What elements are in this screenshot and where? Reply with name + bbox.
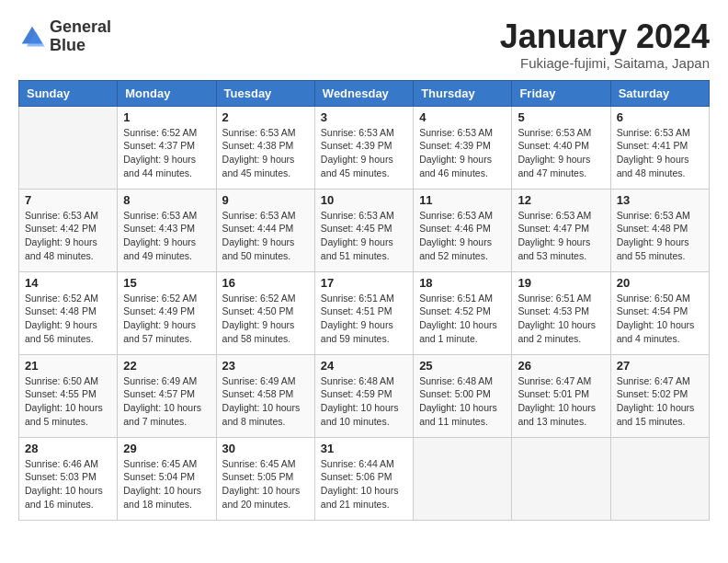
week-row-2: 7Sunrise: 6:53 AM Sunset: 4:42 PM Daylig… [19,189,710,271]
day-number: 27 [617,359,703,373]
day-cell: 11Sunrise: 6:53 AM Sunset: 4:46 PM Dayli… [414,189,512,271]
day-cell: 17Sunrise: 6:51 AM Sunset: 4:51 PM Dayli… [314,271,413,354]
day-info: Sunrise: 6:53 AM Sunset: 4:41 PM Dayligh… [617,126,703,180]
header-cell-sunday: Sunday [19,80,118,106]
day-info: Sunrise: 6:53 AM Sunset: 4:46 PM Dayligh… [419,209,506,263]
day-info: Sunrise: 6:53 AM Sunset: 4:45 PM Dayligh… [321,209,407,263]
day-cell: 26Sunrise: 6:47 AM Sunset: 5:01 PM Dayli… [512,354,610,437]
day-cell: 3Sunrise: 6:53 AM Sunset: 4:39 PM Daylig… [314,106,413,189]
day-cell: 31Sunrise: 6:44 AM Sunset: 5:06 PM Dayli… [314,437,413,520]
day-info: Sunrise: 6:48 AM Sunset: 5:00 PM Dayligh… [419,374,506,429]
day-cell: 21Sunrise: 6:50 AM Sunset: 4:55 PM Dayli… [19,354,118,437]
day-number: 9 [222,193,309,207]
day-number: 11 [419,193,506,207]
day-number: 18 [419,276,506,290]
day-number: 10 [321,193,407,207]
day-cell: 27Sunrise: 6:47 AM Sunset: 5:02 PM Dayli… [610,354,709,437]
logo: General Blue [18,18,111,55]
day-cell [610,437,709,520]
day-number: 1 [123,110,210,124]
day-info: Sunrise: 6:53 AM Sunset: 4:47 PM Dayligh… [518,209,604,263]
header-cell-wednesday: Wednesday [314,80,413,106]
day-info: Sunrise: 6:44 AM Sunset: 5:06 PM Dayligh… [321,457,407,511]
header-cell-monday: Monday [118,80,216,106]
day-info: Sunrise: 6:49 AM Sunset: 4:57 PM Dayligh… [123,374,210,429]
day-cell: 28Sunrise: 6:46 AM Sunset: 5:03 PM Dayli… [19,437,118,520]
day-number: 24 [321,359,407,373]
day-cell: 29Sunrise: 6:45 AM Sunset: 5:04 PM Dayli… [118,437,216,520]
day-number: 2 [222,110,309,124]
day-info: Sunrise: 6:52 AM Sunset: 4:49 PM Dayligh… [123,292,210,346]
day-info: Sunrise: 6:47 AM Sunset: 5:02 PM Dayligh… [617,374,703,429]
day-info: Sunrise: 6:49 AM Sunset: 4:58 PM Dayligh… [222,374,309,429]
day-cell [414,437,512,520]
day-number: 7 [25,193,111,207]
header-cell-friday: Friday [512,80,610,106]
day-info: Sunrise: 6:51 AM Sunset: 4:53 PM Dayligh… [518,292,604,346]
day-cell: 9Sunrise: 6:53 AM Sunset: 4:44 PM Daylig… [216,189,314,271]
calendar-header: SundayMondayTuesdayWednesdayThursdayFrid… [19,80,710,106]
day-cell: 25Sunrise: 6:48 AM Sunset: 5:00 PM Dayli… [414,354,512,437]
day-cell: 24Sunrise: 6:48 AM Sunset: 4:59 PM Dayli… [314,354,413,437]
day-number: 22 [123,359,210,373]
day-number: 26 [518,359,604,373]
day-number: 19 [518,276,604,290]
day-number: 20 [617,276,703,290]
week-row-4: 21Sunrise: 6:50 AM Sunset: 4:55 PM Dayli… [19,354,710,437]
day-cell: 5Sunrise: 6:53 AM Sunset: 4:40 PM Daylig… [512,106,610,189]
day-cell [512,437,610,520]
day-info: Sunrise: 6:53 AM Sunset: 4:39 PM Dayligh… [321,126,407,180]
day-info: Sunrise: 6:50 AM Sunset: 4:55 PM Dayligh… [25,374,111,429]
logo-icon [18,23,46,51]
day-info: Sunrise: 6:53 AM Sunset: 4:42 PM Dayligh… [25,209,111,263]
day-info: Sunrise: 6:45 AM Sunset: 5:05 PM Dayligh… [222,457,309,511]
day-cell: 19Sunrise: 6:51 AM Sunset: 4:53 PM Dayli… [512,271,610,354]
day-number: 6 [617,110,703,124]
day-info: Sunrise: 6:46 AM Sunset: 5:03 PM Dayligh… [25,457,111,511]
day-info: Sunrise: 6:52 AM Sunset: 4:48 PM Dayligh… [25,292,111,346]
day-info: Sunrise: 6:52 AM Sunset: 4:50 PM Dayligh… [222,292,309,346]
day-cell: 30Sunrise: 6:45 AM Sunset: 5:05 PM Dayli… [216,437,314,520]
day-info: Sunrise: 6:53 AM Sunset: 4:38 PM Dayligh… [222,126,309,180]
logo-text: General Blue [50,18,111,55]
day-cell: 18Sunrise: 6:51 AM Sunset: 4:52 PM Dayli… [414,271,512,354]
title-block: January 2024 Fukiage-fujimi, Saitama, Ja… [500,18,710,71]
day-number: 23 [222,359,309,373]
header-cell-saturday: Saturday [610,80,709,106]
day-info: Sunrise: 6:53 AM Sunset: 4:40 PM Dayligh… [518,126,604,180]
day-info: Sunrise: 6:53 AM Sunset: 4:44 PM Dayligh… [222,209,309,263]
day-number: 17 [321,276,407,290]
day-info: Sunrise: 6:45 AM Sunset: 5:04 PM Dayligh… [123,457,210,511]
day-number: 14 [25,276,111,290]
day-cell: 2Sunrise: 6:53 AM Sunset: 4:38 PM Daylig… [216,106,314,189]
day-number: 16 [222,276,309,290]
day-cell: 1Sunrise: 6:52 AM Sunset: 4:37 PM Daylig… [118,106,216,189]
day-number: 30 [222,442,309,455]
day-number: 4 [419,110,506,124]
day-number: 3 [321,110,407,124]
day-number: 31 [321,442,407,455]
day-cell: 20Sunrise: 6:50 AM Sunset: 4:54 PM Dayli… [610,271,709,354]
day-cell [19,106,118,189]
day-number: 5 [518,110,604,124]
day-cell: 8Sunrise: 6:53 AM Sunset: 4:43 PM Daylig… [118,189,216,271]
day-info: Sunrise: 6:53 AM Sunset: 4:48 PM Dayligh… [617,209,703,263]
day-info: Sunrise: 6:51 AM Sunset: 4:51 PM Dayligh… [321,292,407,346]
calendar-table: SundayMondayTuesdayWednesdayThursdayFrid… [18,80,710,521]
day-number: 15 [123,276,210,290]
calendar-body: 1Sunrise: 6:52 AM Sunset: 4:37 PM Daylig… [19,106,710,520]
day-number: 28 [25,442,111,455]
header-cell-tuesday: Tuesday [216,80,314,106]
day-cell: 14Sunrise: 6:52 AM Sunset: 4:48 PM Dayli… [19,271,118,354]
day-info: Sunrise: 6:53 AM Sunset: 4:43 PM Dayligh… [123,209,210,263]
header-cell-thursday: Thursday [414,80,512,106]
month-year-title: January 2024 [500,18,710,55]
day-number: 8 [123,193,210,207]
header-row: SundayMondayTuesdayWednesdayThursdayFrid… [19,80,710,106]
day-cell: 15Sunrise: 6:52 AM Sunset: 4:49 PM Dayli… [118,271,216,354]
day-info: Sunrise: 6:48 AM Sunset: 4:59 PM Dayligh… [321,374,407,429]
day-cell: 13Sunrise: 6:53 AM Sunset: 4:48 PM Dayli… [610,189,709,271]
day-info: Sunrise: 6:50 AM Sunset: 4:54 PM Dayligh… [617,292,703,346]
day-info: Sunrise: 6:53 AM Sunset: 4:39 PM Dayligh… [419,126,506,180]
day-cell: 10Sunrise: 6:53 AM Sunset: 4:45 PM Dayli… [314,189,413,271]
